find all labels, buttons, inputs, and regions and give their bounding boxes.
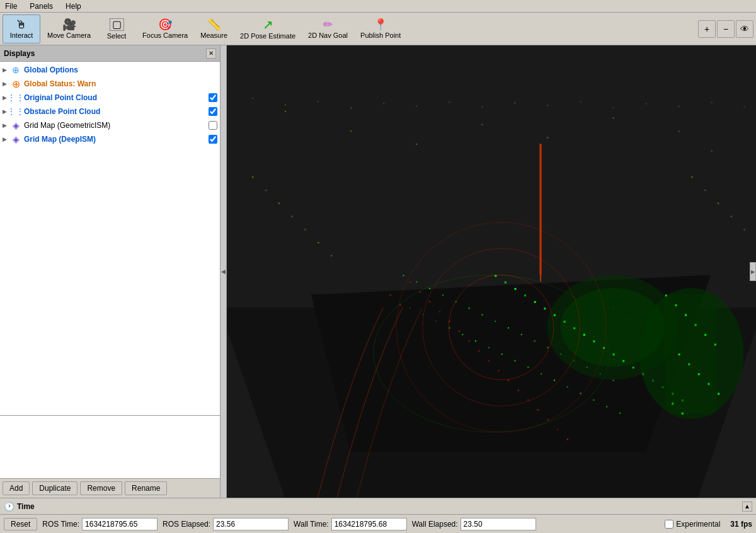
svg-rect-87 — [252, 176, 253, 178]
svg-rect-117 — [704, 334, 706, 336]
svg-rect-47 — [469, 340, 470, 341]
measure-button[interactable]: 📏 Measure — [195, 14, 233, 43]
svg-rect-114 — [675, 304, 677, 306]
svg-rect-50 — [498, 370, 499, 371]
svg-rect-44 — [439, 311, 440, 312]
2d-nav-button[interactable]: ✏ 2D Nav Goal — [302, 14, 353, 43]
view-button[interactable]: 👁 — [736, 20, 753, 38]
left-collapse-handle[interactable]: ◀ — [220, 45, 227, 498]
toolbar-right-buttons: + − 👁 — [698, 20, 753, 38]
add-button[interactable]: Add — [3, 481, 30, 495]
display-item-global-status[interactable]: ▶ ⊕ Global Status: Warn — [0, 77, 220, 91]
ros-time-input[interactable] — [82, 518, 158, 530]
displays-close-button[interactable]: ✕ — [206, 49, 216, 59]
ros-elapsed-input[interactable] — [213, 518, 289, 530]
svg-rect-33 — [554, 380, 555, 381]
svg-rect-8 — [442, 294, 444, 295]
zoom-out-button[interactable]: − — [717, 20, 735, 38]
svg-rect-132 — [449, 101, 450, 103]
obstacle-point-cloud-checkbox[interactable] — [209, 107, 217, 116]
publish-point-button[interactable]: 📍 Publish Point — [355, 14, 406, 43]
move-camera-button[interactable]: 🎥 Move Camera — [42, 14, 96, 43]
svg-rect-136 — [580, 101, 581, 102]
zoom-in-button[interactable]: + — [698, 20, 716, 38]
displays-panel: Displays ✕ ▶ ⊕ Global Options ▶ ⊕ Global… — [0, 45, 220, 416]
display-item-grid-map-geometric[interactable]: ▶ ◈ Grid Map (GeometricISM) — [0, 118, 220, 132]
svg-rect-120 — [688, 364, 690, 365]
svg-rect-79 — [613, 353, 615, 355]
svg-rect-130 — [383, 103, 384, 105]
svg-rect-121 — [698, 373, 700, 375]
svg-rect-55 — [547, 419, 548, 420]
svg-rect-134 — [514, 103, 515, 104]
wall-time-group: Wall Time: — [294, 518, 407, 530]
pointcloud-icon-obstacle: ⋮⋮ — [10, 106, 21, 117]
svg-rect-119 — [679, 353, 680, 355]
expander-global-status[interactable]: ▶ — [3, 81, 10, 87]
grid-map-geometric-checkbox[interactable] — [209, 121, 217, 130]
original-point-cloud-checkbox[interactable] — [209, 93, 217, 102]
svg-rect-74 — [563, 321, 565, 323]
svg-rect-140 — [711, 101, 713, 103]
viewport[interactable]: ▶ — [227, 45, 756, 498]
measure-label: Measure — [200, 32, 227, 39]
svg-rect-28 — [488, 347, 490, 348]
svg-rect-7 — [429, 288, 430, 289]
interact-icon: 🖱 — [16, 19, 27, 30]
display-item-obstacle-point-cloud[interactable]: ▶ ⋮⋮ Obstacle Point Cloud — [0, 105, 220, 118]
grid-map-deep-checkbox[interactable] — [209, 135, 217, 144]
2d-pose-icon: ↗ — [263, 18, 273, 31]
svg-rect-16 — [547, 347, 548, 348]
select-button[interactable]: ▢ Select — [98, 14, 135, 43]
expander-global-options[interactable]: ▶ — [3, 67, 10, 73]
time-label: Time — [17, 502, 35, 511]
display-item-grid-map-deep[interactable]: ▶ ◈ Grid Map (DeepISM) — [0, 132, 220, 146]
svg-rect-133 — [481, 106, 483, 108]
svg-rect-106 — [416, 144, 417, 145]
interact-button[interactable]: 🖱 Interact — [3, 14, 40, 43]
svg-rect-127 — [285, 105, 286, 106]
svg-rect-41 — [410, 282, 411, 283]
menu-file[interactable]: File — [3, 1, 20, 12]
wall-time-label: Wall Time: — [294, 520, 329, 529]
duplicate-button[interactable]: Duplicate — [32, 481, 77, 495]
status-bar-expand-button[interactable]: ▲ — [742, 501, 752, 512]
right-collapse-handle[interactable]: ▶ — [750, 262, 756, 281]
remove-button[interactable]: Remove — [80, 481, 122, 495]
menu-panels[interactable]: Panels — [27, 1, 55, 12]
wall-time-input[interactable] — [331, 518, 407, 530]
svg-rect-51 — [508, 380, 509, 381]
experimental-checkbox[interactable] — [665, 520, 673, 529]
2d-pose-button[interactable]: ↗ 2D Pose Estimate — [234, 14, 301, 43]
focus-camera-button[interactable]: 🎯 Focus Camera — [137, 14, 193, 43]
rename-button[interactable]: Rename — [125, 481, 167, 495]
wall-elapsed-input[interactable] — [461, 518, 536, 530]
svg-rect-93 — [331, 255, 332, 256]
expander-grid-map-deep[interactable]: ▶ — [3, 136, 10, 142]
svg-rect-95 — [704, 190, 706, 191]
display-item-global-options[interactable]: ▶ ⊕ Global Options — [0, 63, 220, 77]
svg-rect-10 — [469, 307, 470, 309]
main-content: Displays ✕ ▶ ⊕ Global Options ▶ ⊕ Global… — [0, 45, 756, 498]
select-label: Select — [107, 32, 127, 40]
svg-rect-128 — [318, 101, 319, 102]
svg-rect-109 — [613, 117, 614, 118]
svg-rect-137 — [613, 107, 614, 108]
svg-rect-49 — [488, 360, 490, 361]
reset-button[interactable]: Reset — [4, 518, 37, 530]
experimental-group: Experimental — [665, 520, 720, 529]
menu-help[interactable]: Help — [63, 1, 84, 12]
svg-rect-70 — [524, 294, 526, 296]
svg-rect-23 — [423, 314, 423, 315]
global-status-label: Global Status: Warn — [24, 79, 217, 88]
fps-label: 31 fps — [730, 520, 752, 529]
svg-rect-135 — [547, 105, 548, 106]
svg-rect-37 — [606, 406, 607, 407]
publish-point-icon: 📍 — [374, 19, 387, 30]
svg-rect-12 — [495, 321, 496, 322]
svg-rect-103 — [539, 144, 542, 275]
svg-rect-72 — [544, 307, 546, 309]
expander-grid-map-geometric[interactable]: ▶ — [3, 122, 10, 129]
move-camera-icon: 🎥 — [62, 19, 76, 30]
display-item-original-point-cloud[interactable]: ▶ ⋮⋮ Original Point Cloud — [0, 91, 220, 105]
